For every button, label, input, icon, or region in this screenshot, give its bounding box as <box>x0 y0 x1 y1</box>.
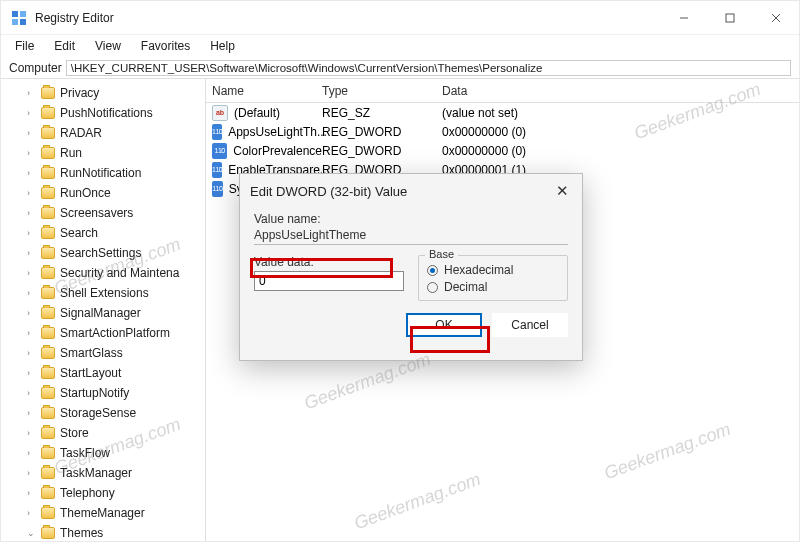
col-data[interactable]: Data <box>442 84 799 98</box>
expand-arrow-icon[interactable] <box>27 368 39 378</box>
expand-arrow-icon[interactable] <box>27 308 39 318</box>
menu-view[interactable]: View <box>87 37 129 55</box>
tree-item-label: Screensavers <box>60 206 133 220</box>
tree-item-taskmanager[interactable]: TaskManager <box>1 463 205 483</box>
folder-icon <box>41 147 55 159</box>
tree-item-runnotification[interactable]: RunNotification <box>1 163 205 183</box>
tree-item-label: Search <box>60 226 98 240</box>
value-type: REG_DWORD <box>322 144 442 158</box>
tree-item-search[interactable]: Search <box>1 223 205 243</box>
decimal-radio[interactable]: Decimal <box>427 280 559 294</box>
tree-item-smartglass[interactable]: SmartGlass <box>1 343 205 363</box>
address-label: Computer <box>9 61 62 75</box>
menu-favorites[interactable]: Favorites <box>133 37 198 55</box>
expand-arrow-icon[interactable] <box>27 148 39 158</box>
tree-item-label: SmartGlass <box>60 346 123 360</box>
svg-rect-2 <box>12 19 18 25</box>
tree-item-store[interactable]: Store <box>1 423 205 443</box>
expand-arrow-icon[interactable] <box>27 228 39 238</box>
tree-item-taskflow[interactable]: TaskFlow <box>1 443 205 463</box>
tree-item-label: PushNotifications <box>60 106 153 120</box>
ok-button[interactable]: OK <box>406 313 482 337</box>
tree-item-label: RunOnce <box>60 186 111 200</box>
tree-item-startupnotify[interactable]: StartupNotify <box>1 383 205 403</box>
expand-arrow-icon[interactable] <box>27 448 39 458</box>
tree-item-pushnotifications[interactable]: PushNotifications <box>1 103 205 123</box>
tree-item-label: RADAR <box>60 126 102 140</box>
tree-item-themes[interactable]: Themes <box>1 523 205 542</box>
close-button[interactable] <box>753 1 799 34</box>
expand-arrow-icon[interactable] <box>27 288 39 298</box>
value-data-label: Value data: <box>254 255 404 269</box>
titlebar: Registry Editor <box>1 1 799 35</box>
app-icon <box>11 10 27 26</box>
list-row[interactable]: ColorPrevalenceREG_DWORD0x00000000 (0) <box>206 141 799 160</box>
menu-edit[interactable]: Edit <box>46 37 83 55</box>
tree-item-screensavers[interactable]: Screensavers <box>1 203 205 223</box>
expand-arrow-icon[interactable] <box>27 128 39 138</box>
svg-rect-3 <box>20 19 26 25</box>
tree-item-privacy[interactable]: Privacy <box>1 83 205 103</box>
cancel-button[interactable]: Cancel <box>492 313 568 337</box>
address-path[interactable]: \HKEY_CURRENT_USER\Software\Microsoft\Wi… <box>66 60 791 76</box>
expand-arrow-icon[interactable] <box>27 268 39 278</box>
value-name-label: Value name: <box>254 212 568 226</box>
minimize-button[interactable] <box>661 1 707 34</box>
tree-item-runonce[interactable]: RunOnce <box>1 183 205 203</box>
list-row[interactable]: (Default)REG_SZ(value not set) <box>206 103 799 122</box>
menu-file[interactable]: File <box>7 37 42 55</box>
tree-item-run[interactable]: Run <box>1 143 205 163</box>
menu-help[interactable]: Help <box>202 37 243 55</box>
hexadecimal-radio[interactable]: Hexadecimal <box>427 263 559 277</box>
tree-item-radar[interactable]: RADAR <box>1 123 205 143</box>
expand-arrow-icon[interactable] <box>27 528 39 538</box>
folder-icon <box>41 507 55 519</box>
folder-icon <box>41 467 55 479</box>
expand-arrow-icon[interactable] <box>27 348 39 358</box>
window-title: Registry Editor <box>35 11 661 25</box>
dword-value-icon <box>212 143 227 159</box>
value-name: (Default) <box>234 106 280 120</box>
list-row[interactable]: AppsUseLightTh...REG_DWORD0x00000000 (0) <box>206 122 799 141</box>
expand-arrow-icon[interactable] <box>27 488 39 498</box>
dialog-close-button[interactable]: ✕ <box>552 182 572 200</box>
expand-arrow-icon[interactable] <box>27 108 39 118</box>
tree-item-storagesense[interactable]: StorageSense <box>1 403 205 423</box>
expand-arrow-icon[interactable] <box>27 388 39 398</box>
dword-value-icon <box>212 162 222 178</box>
tree-item-startlayout[interactable]: StartLayout <box>1 363 205 383</box>
tree-item-label: StartLayout <box>60 366 121 380</box>
tree-item-label: StartupNotify <box>60 386 129 400</box>
col-type[interactable]: Type <box>322 84 442 98</box>
tree-item-shell-extensions[interactable]: Shell Extensions <box>1 283 205 303</box>
string-value-icon <box>212 105 228 121</box>
tree-item-label: Themes <box>60 526 103 540</box>
folder-icon <box>41 227 55 239</box>
expand-arrow-icon[interactable] <box>27 188 39 198</box>
value-data-input[interactable] <box>254 271 404 291</box>
col-name[interactable]: Name <box>212 84 322 98</box>
expand-arrow-icon[interactable] <box>27 508 39 518</box>
dialog-title: Edit DWORD (32-bit) Value <box>250 184 407 199</box>
expand-arrow-icon[interactable] <box>27 88 39 98</box>
expand-arrow-icon[interactable] <box>27 468 39 478</box>
tree-item-label: Privacy <box>60 86 99 100</box>
expand-arrow-icon[interactable] <box>27 248 39 258</box>
expand-arrow-icon[interactable] <box>27 168 39 178</box>
tree-item-searchsettings[interactable]: SearchSettings <box>1 243 205 263</box>
expand-arrow-icon[interactable] <box>27 208 39 218</box>
expand-arrow-icon[interactable] <box>27 428 39 438</box>
tree-item-telephony[interactable]: Telephony <box>1 483 205 503</box>
tree-item-thememanager[interactable]: ThemeManager <box>1 503 205 523</box>
maximize-button[interactable] <box>707 1 753 34</box>
tree-item-security-and-maintena[interactable]: Security and Maintena <box>1 263 205 283</box>
tree-item-signalmanager[interactable]: SignalManager <box>1 303 205 323</box>
expand-arrow-icon[interactable] <box>27 328 39 338</box>
tree-pane[interactable]: PrivacyPushNotificationsRADARRunRunNotif… <box>1 79 206 542</box>
svg-rect-0 <box>12 11 18 17</box>
tree-item-smartactionplatform[interactable]: SmartActionPlatform <box>1 323 205 343</box>
expand-arrow-icon[interactable] <box>27 408 39 418</box>
value-name: AppsUseLightTh... <box>228 125 327 139</box>
menubar: File Edit View Favorites Help <box>1 35 799 57</box>
svg-rect-1 <box>20 11 26 17</box>
